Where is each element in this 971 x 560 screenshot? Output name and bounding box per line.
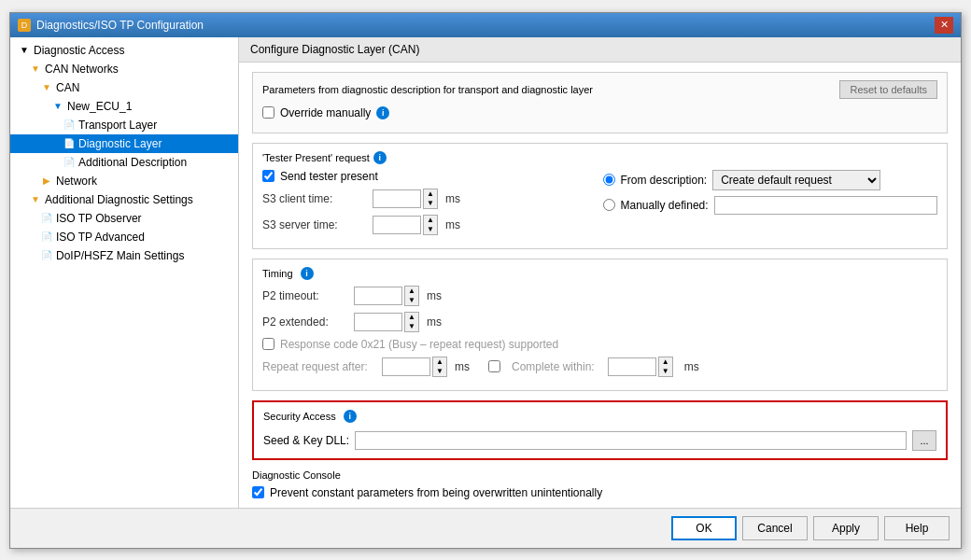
from-desc-label: From description: — [621, 174, 708, 187]
s3-server-row: S3 server time: 5000 ▲ ▼ ms — [262, 215, 598, 235]
s3-server-spinner: 5000 ▲ ▼ — [373, 215, 438, 235]
sidebar-item-iso-tp-advanced[interactable]: 📄 ISO TP Advanced — [10, 228, 238, 246]
repeat-label: Repeat request after: — [262, 360, 374, 373]
prevent-label: Prevent constant parameters from being o… — [270, 486, 602, 499]
sidebar-item-network[interactable]: ▶ Network — [10, 172, 238, 190]
sidebar-item-additional-diagnostic[interactable]: ▼ Additional Diagnostic Settings — [10, 190, 238, 209]
complete-label: Complete within: — [512, 360, 595, 373]
ok-button[interactable]: OK — [671, 516, 737, 540]
tester-right: From description: Create default request… — [603, 170, 938, 215]
p2-extended-up[interactable]: ▲ — [405, 313, 418, 322]
s3-client-row: S3 client time: 4000 ▲ ▼ ms — [262, 189, 598, 209]
s3-server-arrows: ▲ ▼ — [423, 215, 438, 235]
cancel-button[interactable]: Cancel — [742, 516, 808, 540]
transport-icon: 📄 — [63, 119, 76, 130]
reset-defaults-button[interactable]: Reset to defaults — [839, 80, 937, 99]
prevent-checkbox[interactable] — [252, 486, 264, 498]
s3-server-label: S3 server time: — [262, 218, 365, 231]
security-header: Security Access i — [263, 410, 936, 423]
tester-present-info-icon[interactable]: i — [373, 151, 387, 164]
manually-label: Manually defined: — [621, 199, 709, 212]
override-label: Override manually — [280, 106, 371, 119]
tester-present-body: Send tester present S3 client time: 4000… — [262, 170, 937, 241]
repeat-down[interactable]: ▼ — [433, 367, 446, 376]
response-code-checkbox[interactable] — [262, 338, 274, 350]
panel-body: Parameters from diagnostic description f… — [239, 63, 961, 508]
security-info-icon[interactable]: i — [344, 410, 357, 423]
sidebar-item-transport-layer[interactable]: 📄 Transport Layer — [10, 116, 238, 134]
complete-checkbox[interactable] — [488, 360, 500, 372]
sidebar-item-additional-desc[interactable]: 📄 Additional Description — [10, 153, 238, 172]
send-tester-checkbox[interactable] — [262, 170, 274, 182]
sidebar-item-doip[interactable]: 📄 DoIP/HSFZ Main Settings — [10, 246, 238, 265]
p2-timeout-label: P2 timeout: — [262, 289, 346, 302]
repeat-spinner: 10 ▲ ▼ — [382, 357, 447, 377]
repeat-input[interactable]: 10 — [382, 357, 430, 376]
window-icon: D — [18, 19, 31, 32]
tester-present-header: 'Tester Present' request i — [262, 151, 937, 164]
override-info-icon[interactable]: i — [376, 106, 389, 119]
timing-info-icon[interactable]: i — [301, 267, 314, 280]
can-icon: ▼ — [40, 82, 53, 92]
observer-icon: 📄 — [40, 213, 53, 223]
apply-button[interactable]: Apply — [813, 516, 879, 540]
s3-server-up[interactable]: ▲ — [424, 216, 437, 225]
seed-key-row: Seed & Key DLL: ... — [263, 430, 936, 451]
sidebar: ▼ Diagnostic Access ▼ CAN Networks ▼ CAN… — [10, 37, 239, 508]
p2-extended-down[interactable]: ▼ — [405, 322, 418, 331]
s3-server-down[interactable]: ▼ — [424, 225, 437, 234]
p2-timeout-down[interactable]: ▼ — [405, 296, 418, 305]
security-title: Security Access — [263, 411, 336, 422]
s3-client-unit: ms — [445, 192, 460, 205]
p2-timeout-up[interactable]: ▲ — [405, 287, 418, 296]
s3-client-label: S3 client time: — [262, 192, 365, 205]
s3-client-input[interactable]: 4000 — [373, 189, 421, 208]
override-checkbox[interactable] — [262, 106, 274, 119]
p2-extended-unit: ms — [427, 315, 442, 329]
sidebar-item-can[interactable]: ▼ CAN — [10, 78, 238, 97]
help-button[interactable]: Help — [884, 516, 950, 540]
can-networks-icon: ▼ — [29, 63, 42, 74]
complete-input[interactable]: 100 — [608, 357, 656, 376]
s3-server-unit: ms — [445, 218, 460, 231]
p2-extended-spinner: 2000 ▲ ▼ — [354, 312, 419, 332]
timing-title: Timing — [262, 268, 293, 279]
tester-present-title: 'Tester Present' request — [262, 152, 370, 163]
complete-down[interactable]: ▼ — [659, 367, 672, 376]
main-content: ▼ Diagnostic Access ▼ CAN Networks ▼ CAN… — [10, 37, 961, 508]
panel-header: Configure Diagnostic Layer (CAN) — [239, 37, 961, 63]
repeat-unit: ms — [455, 360, 470, 373]
main-window: D Diagnostics/ISO TP Configuration ✕ ▼ D… — [9, 12, 962, 549]
s3-server-input[interactable]: 5000 — [373, 216, 421, 234]
from-desc-dropdown[interactable]: Create default request — [712, 170, 880, 190]
console-header: Diagnostic Console — [252, 469, 948, 481]
s3-client-up[interactable]: ▲ — [424, 189, 437, 199]
manually-input[interactable] — [714, 196, 937, 215]
repeat-up[interactable]: ▲ — [433, 357, 446, 367]
title-bar: D Diagnostics/ISO TP Configuration ✕ — [10, 13, 961, 37]
s3-client-spinner: 4000 ▲ ▼ — [373, 189, 438, 209]
sidebar-item-iso-tp-observer[interactable]: 📄 ISO TP Observer — [10, 209, 238, 228]
seed-key-input[interactable] — [355, 431, 907, 450]
complete-up[interactable]: ▲ — [659, 357, 672, 367]
sidebar-item-diagnostic-layer[interactable]: 📄 Diagnostic Layer — [10, 134, 238, 153]
tester-present-section: 'Tester Present' request i Send tester p… — [252, 143, 948, 249]
diagnostic-layer-icon: 📄 — [63, 138, 76, 148]
from-desc-radio[interactable] — [603, 174, 615, 186]
p2-extended-input[interactable]: 2000 — [354, 313, 402, 331]
override-row: Override manually i — [262, 106, 937, 119]
manually-radio[interactable] — [603, 199, 615, 211]
tester-left: Send tester present S3 client time: 4000… — [262, 170, 598, 241]
sidebar-item-new-ecu[interactable]: ▼ New_ECU_1 — [10, 97, 238, 116]
p2-timeout-input[interactable]: 150 — [354, 287, 402, 305]
s3-client-down[interactable]: ▼ — [424, 199, 437, 208]
params-section: Parameters from diagnostic description f… — [252, 72, 948, 133]
timing-section: Timing i P2 timeout: 150 ▲ ▼ ms — [252, 259, 948, 391]
repeat-row: Repeat request after: 10 ▲ ▼ ms Complete… — [262, 357, 937, 377]
timing-header: Timing i — [262, 267, 937, 280]
p2-timeout-row: P2 timeout: 150 ▲ ▼ ms — [262, 286, 937, 306]
close-button[interactable]: ✕ — [935, 17, 953, 34]
diagnostic-access-label: ▼ Diagnostic Access — [10, 43, 238, 58]
browse-button[interactable]: ... — [912, 430, 936, 451]
sidebar-item-can-networks[interactable]: ▼ CAN Networks — [10, 60, 238, 78]
